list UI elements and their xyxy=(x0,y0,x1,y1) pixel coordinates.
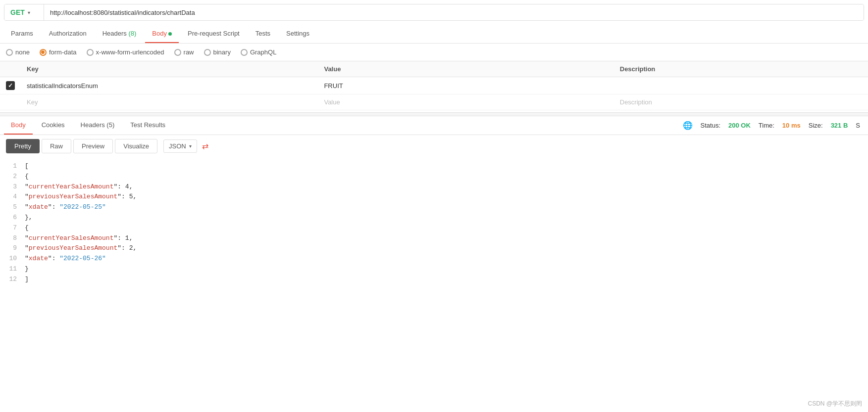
view-tabs: Pretty Raw Preview Visualize JSON ▾ ⇄ xyxy=(0,135,868,157)
body-types: none form-data x-www-form-urlencoded raw… xyxy=(0,44,868,61)
line-content: "xdate": "2022-05-26" xyxy=(25,254,868,264)
time-label: Time: xyxy=(759,122,774,129)
response-status: 🌐 Status: 200 OK Time: 10 ms Size: 321 B… xyxy=(683,121,864,130)
url-bar: GET ▾ xyxy=(4,4,864,21)
params-table: Key Value Description statisticalIndicat… xyxy=(0,61,868,110)
line-number: 7 xyxy=(0,223,25,233)
radio-binary xyxy=(204,49,211,56)
response-tab-cookies[interactable]: Cookies xyxy=(35,116,72,135)
radio-urlencoded xyxy=(87,49,94,56)
method-select[interactable]: GET ▾ xyxy=(4,4,44,20)
size-label: Size: xyxy=(809,122,823,129)
status-value: 200 OK xyxy=(728,122,751,129)
line-content: "currentYearSalesAmount": 1, xyxy=(25,233,868,244)
code-line: 12] xyxy=(0,275,868,285)
line-number: 6 xyxy=(0,213,25,223)
size-value: 321 B xyxy=(831,122,848,129)
col-description: Description xyxy=(614,61,868,77)
body-type-graphql[interactable]: GraphQL xyxy=(241,48,276,56)
code-line: 5 "xdate": "2022-05-25" xyxy=(0,202,868,213)
line-number: 2 xyxy=(0,172,25,182)
response-tab-test-results[interactable]: Test Results xyxy=(123,116,172,135)
method-label: GET xyxy=(10,8,25,16)
tab-pre-request[interactable]: Pre-request Script xyxy=(181,25,247,43)
code-line: 10 "xdate": "2022-05-26" xyxy=(0,254,868,264)
code-line: 1[ xyxy=(0,161,868,172)
method-chevron-icon: ▾ xyxy=(28,10,30,15)
url-input[interactable] xyxy=(44,5,864,20)
response-tab-body[interactable]: Body xyxy=(4,116,33,135)
line-content: [ xyxy=(25,161,868,172)
view-tab-raw[interactable]: Raw xyxy=(42,139,71,153)
line-content: "currentYearSalesAmount": 4, xyxy=(25,182,868,192)
radio-graphql xyxy=(241,49,248,56)
line-content: } xyxy=(25,264,868,275)
tab-authorization[interactable]: Authorization xyxy=(42,25,94,43)
format-chevron-icon: ▾ xyxy=(189,143,192,149)
wrap-icon[interactable]: ⇄ xyxy=(202,141,208,151)
row-description[interactable] xyxy=(614,77,868,94)
code-line: 6 }, xyxy=(0,213,868,223)
tab-body[interactable]: Body xyxy=(145,25,179,43)
request-tabs: Params Authorization Headers (8) Body Pr… xyxy=(0,25,868,44)
tab-params[interactable]: Params xyxy=(4,25,40,43)
row-value[interactable]: FRUIT xyxy=(318,77,613,94)
body-type-form-data[interactable]: form-data xyxy=(40,48,77,56)
line-number: 9 xyxy=(0,243,25,254)
line-number: 4 xyxy=(0,192,25,202)
line-number: 5 xyxy=(0,202,25,213)
code-line: 7 { xyxy=(0,223,868,233)
radio-form-data xyxy=(40,49,47,56)
view-tab-visualize[interactable]: Visualize xyxy=(115,139,157,153)
line-number: 10 xyxy=(0,254,25,264)
format-select[interactable]: JSON ▾ xyxy=(163,139,197,153)
body-type-binary[interactable]: binary xyxy=(204,48,231,56)
row-checkbox[interactable] xyxy=(6,81,15,90)
response-tabs: Body Cookies Headers (5) Test Results 🌐 … xyxy=(0,116,868,135)
tab-settings[interactable]: Settings xyxy=(279,25,316,43)
extra-label: S xyxy=(856,122,860,129)
placeholder-key[interactable]: Key xyxy=(21,94,318,110)
code-area: 1[2 {3 "currentYearSalesAmount": 4,4 "pr… xyxy=(0,157,868,289)
line-number: 1 xyxy=(0,161,25,172)
format-label: JSON xyxy=(169,142,186,150)
line-content: "xdate": "2022-05-25" xyxy=(25,202,868,213)
body-dot xyxy=(168,32,172,36)
view-tab-preview[interactable]: Preview xyxy=(73,139,113,153)
tab-tests[interactable]: Tests xyxy=(249,25,277,43)
response-tab-headers[interactable]: Headers (5) xyxy=(74,116,122,135)
tab-headers[interactable]: Headers (8) xyxy=(96,25,144,43)
status-label: Status: xyxy=(701,122,720,129)
line-content: }, xyxy=(25,213,868,223)
body-type-raw[interactable]: raw xyxy=(174,48,194,56)
section-divider xyxy=(0,112,868,116)
body-type-none[interactable]: none xyxy=(6,48,30,56)
code-line: 3 "currentYearSalesAmount": 4, xyxy=(0,182,868,192)
globe-icon: 🌐 xyxy=(683,121,693,130)
row-key[interactable]: statisticalIndicatorsEnum xyxy=(21,77,318,94)
line-content: { xyxy=(25,223,868,233)
code-line: 4 "previousYearSalesAmount": 5, xyxy=(0,192,868,202)
time-value: 10 ms xyxy=(782,122,801,129)
code-line: 8 "currentYearSalesAmount": 1, xyxy=(0,233,868,244)
line-number: 8 xyxy=(0,233,25,244)
line-content: { xyxy=(25,172,868,182)
radio-raw xyxy=(174,49,181,56)
view-tab-pretty[interactable]: Pretty xyxy=(6,139,40,153)
col-value: Value xyxy=(318,61,613,77)
code-line: 11 } xyxy=(0,264,868,275)
table-placeholder-row: Key Value Description xyxy=(0,94,868,110)
code-line: 9 "previousYearSalesAmount": 2, xyxy=(0,243,868,254)
line-number: 3 xyxy=(0,182,25,192)
radio-none xyxy=(6,49,13,56)
line-content: "previousYearSalesAmount": 5, xyxy=(25,192,868,202)
line-content: "previousYearSalesAmount": 2, xyxy=(25,243,868,254)
placeholder-value[interactable]: Value xyxy=(318,94,613,110)
col-check xyxy=(0,61,21,77)
line-content: ] xyxy=(25,275,868,285)
line-number: 12 xyxy=(0,275,25,285)
body-type-urlencoded[interactable]: x-www-form-urlencoded xyxy=(87,48,164,56)
col-key: Key xyxy=(21,61,318,77)
line-number: 11 xyxy=(0,264,25,275)
placeholder-description[interactable]: Description xyxy=(614,94,868,110)
